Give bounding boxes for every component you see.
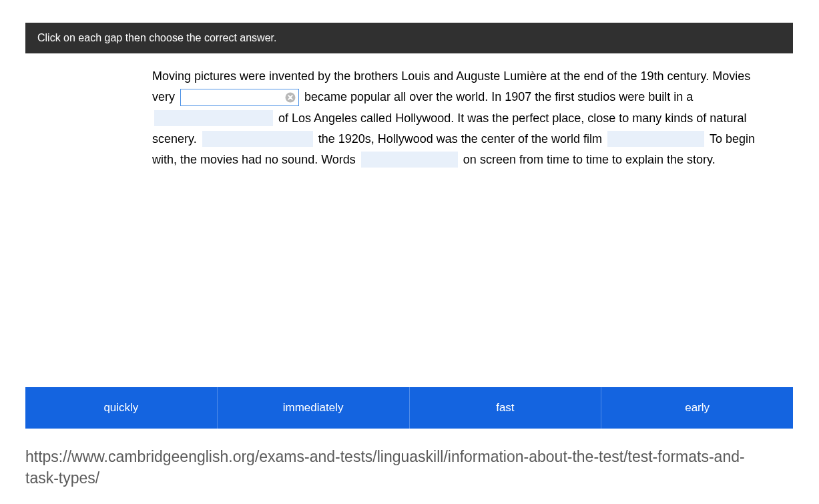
passage-seg-4: the 1920s, Hollywood was the center of t… [318,132,605,146]
source-url: https://www.cambridgeenglish.org/exams-a… [25,446,766,489]
option-4-label: early [685,401,710,415]
option-1-label: quickly [103,401,138,415]
instruction-text: Click on each gap then choose the correc… [37,32,276,43]
option-3[interactable]: fast [410,387,602,429]
passage-seg-6: on screen from time to time to explain t… [463,153,716,166]
passage-seg-2: became popular all over the world. In 19… [304,91,693,104]
option-4[interactable]: early [601,387,793,429]
instruction-bar: Click on each gap then choose the correc… [25,23,793,53]
option-1[interactable]: quickly [25,387,218,429]
passage-text: Moving pictures were invented by the bro… [152,65,766,170]
gap-4[interactable] [607,131,704,147]
option-2[interactable]: immediately [218,387,410,429]
clear-icon[interactable] [285,92,296,103]
option-2-label: immediately [283,401,344,415]
gap-3[interactable] [202,131,313,147]
gap-1[interactable] [180,89,299,106]
option-3-label: fast [496,401,514,415]
gap-5[interactable] [361,152,458,168]
gap-2[interactable] [154,110,273,126]
options-bar: quickly immediately fast early [25,387,793,429]
